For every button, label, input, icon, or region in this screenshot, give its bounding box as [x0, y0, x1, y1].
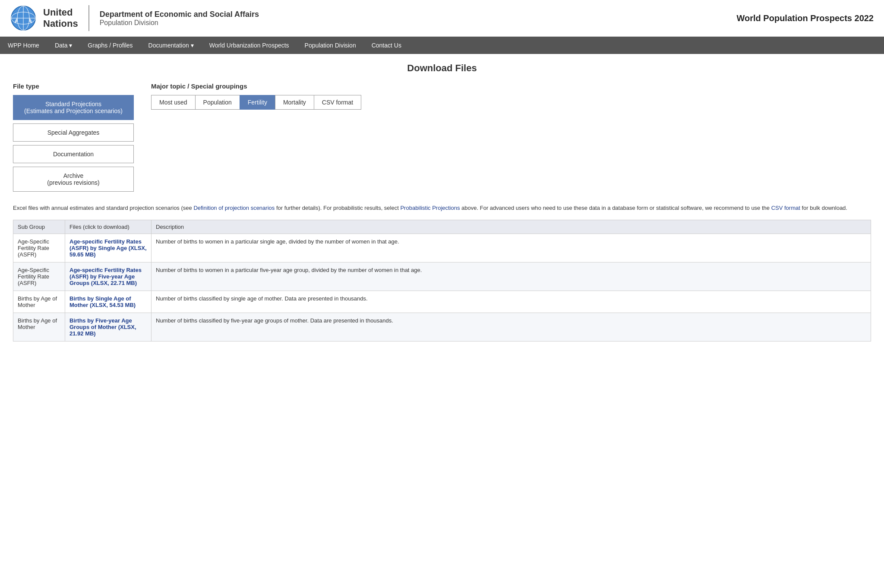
- dept-info: Department of Economic and Social Affair…: [100, 10, 259, 27]
- table-row: Age-Specific Fertility Rate (ASFR)Age-sp…: [13, 234, 871, 262]
- page-title: Download Files: [13, 63, 871, 74]
- site-title: World Population Prospects 2022: [737, 13, 874, 23]
- table-cell-description: Number of births to women in a particula…: [152, 234, 871, 262]
- table-cell-file: Births by Five-year Age Groups of Mother…: [65, 313, 152, 341]
- download-link[interactable]: Age-specific Fertility Rates (ASFR) by F…: [69, 267, 142, 286]
- table-header-files: Files (click to download): [65, 220, 152, 234]
- table-cell-file: Age-specific Fertility Rates (ASFR) by S…: [65, 234, 152, 262]
- content-layout: File type Standard Projections(Estimates…: [13, 82, 871, 195]
- table-header-subgroup: Sub Group: [13, 220, 65, 234]
- table-row: Age-Specific Fertility Rate (ASFR)Age-sp…: [13, 262, 871, 291]
- nav-population-division[interactable]: Population Division: [297, 37, 364, 54]
- table-header-description: Description: [152, 220, 871, 234]
- topic-csv-format[interactable]: CSV format: [314, 95, 361, 110]
- table-cell-file: Births by Single Age of Mother (XLSX, 54…: [65, 291, 152, 313]
- file-type-special-aggregates[interactable]: Special Aggregates: [13, 123, 134, 142]
- file-type-archive[interactable]: Archive(previous revisions): [13, 167, 134, 192]
- navbar: WPP Home Data ▾ Graphs / Profiles Docume…: [0, 37, 884, 54]
- header-divider: [88, 5, 89, 31]
- table-cell-description: Number of births classified by five-year…: [152, 313, 871, 341]
- download-link[interactable]: Age-specific Fertility Rates (ASFR) by S…: [69, 238, 147, 258]
- topic-fertility[interactable]: Fertility: [240, 95, 275, 110]
- probabilistic-link[interactable]: Probabilistic Projections: [400, 205, 460, 211]
- dept-name: Department of Economic and Social Affair…: [100, 10, 259, 19]
- table-row: Births by Age of MotherBirths by Five-ye…: [13, 313, 871, 341]
- header-left: UnitedNations Department of Economic and…: [10, 5, 259, 31]
- dept-division: Population Division: [100, 19, 259, 27]
- nav-documentation[interactable]: Documentation ▾: [141, 37, 202, 54]
- table-cell-description: Number of births classified by single ag…: [152, 291, 871, 313]
- download-link[interactable]: Births by Five-year Age Groups of Mother…: [69, 317, 136, 337]
- table-cell-subgroup: Age-Specific Fertility Rate (ASFR): [13, 234, 65, 262]
- table-cell-subgroup: Births by Age of Mother: [13, 291, 65, 313]
- table-cell-subgroup: Births by Age of Mother: [13, 313, 65, 341]
- table-cell-description: Number of births to women in a particula…: [152, 262, 871, 291]
- nav-graphs-profiles[interactable]: Graphs / Profiles: [80, 37, 140, 54]
- un-title-block: UnitedNations: [43, 7, 78, 30]
- download-table: Sub Group Files (click to download) Desc…: [13, 220, 871, 341]
- file-type-standard-projections[interactable]: Standard Projections(Estimates and Proje…: [13, 95, 134, 120]
- un-logo-icon: [10, 5, 36, 31]
- table-cell-subgroup: Age-Specific Fertility Rate (ASFR): [13, 262, 65, 291]
- download-link[interactable]: Births by Single Age of Mother (XLSX, 54…: [69, 295, 136, 308]
- left-column: File type Standard Projections(Estimates…: [13, 82, 134, 195]
- topic-mortality[interactable]: Mortality: [275, 95, 314, 110]
- file-type-documentation[interactable]: Documentation: [13, 145, 134, 163]
- nav-wpp-home[interactable]: WPP Home: [0, 37, 47, 54]
- site-header: UnitedNations Department of Economic and…: [0, 0, 884, 37]
- file-type-header: File type: [13, 82, 134, 90]
- topic-header: Major topic / Special groupings: [151, 82, 871, 90]
- definition-link[interactable]: Definition of projection scenarios: [193, 205, 275, 211]
- table-cell-file: Age-specific Fertility Rates (ASFR) by F…: [65, 262, 152, 291]
- nav-data[interactable]: Data ▾: [47, 37, 80, 54]
- main-content: Download Files File type Standard Projec…: [0, 54, 884, 350]
- csv-format-link[interactable]: CSV format: [771, 205, 800, 211]
- nav-world-urbanization[interactable]: World Urbanization Prospects: [202, 37, 297, 54]
- topic-most-used[interactable]: Most used: [151, 95, 196, 110]
- right-column: Major topic / Special groupings Most use…: [134, 82, 871, 195]
- nav-contact-us[interactable]: Contact Us: [364, 37, 409, 54]
- description-text: Excel files with annual estimates and st…: [13, 204, 871, 213]
- table-row: Births by Age of MotherBirths by Single …: [13, 291, 871, 313]
- topic-population[interactable]: Population: [195, 95, 240, 110]
- un-name: UnitedNations: [43, 7, 78, 30]
- topic-buttons: Most used Population Fertility Mortality…: [151, 95, 871, 110]
